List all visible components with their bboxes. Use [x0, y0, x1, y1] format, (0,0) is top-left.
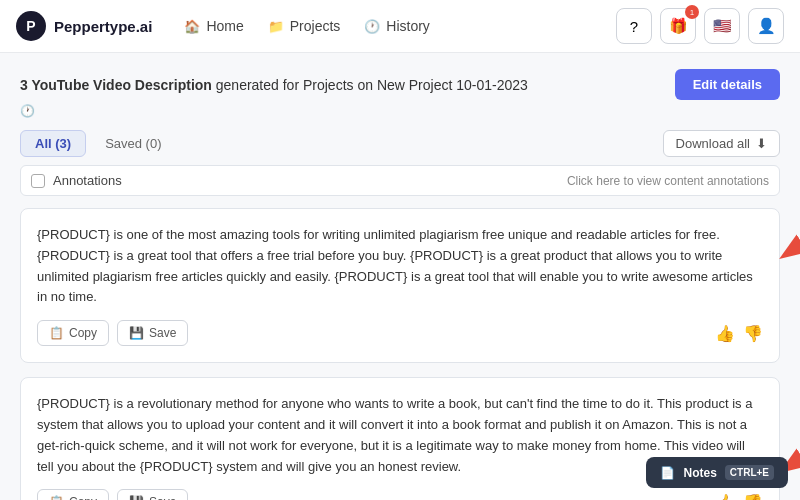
- nav-history[interactable]: 🕐 History: [364, 18, 430, 34]
- annotations-left: Annotations: [31, 173, 122, 188]
- flag-button[interactable]: 🇺🇸: [704, 8, 740, 44]
- header: P Peppertype.ai 🏠 Home 📁 Projects 🕐 Hist…: [0, 0, 800, 53]
- main-nav: 🏠 Home 📁 Projects 🕐 History: [184, 18, 616, 34]
- nav-history-label: History: [386, 18, 430, 34]
- logo-icon: P: [16, 11, 46, 41]
- nav-home[interactable]: 🏠 Home: [184, 18, 243, 34]
- page-header: 3 YouTube Video Description generated fo…: [20, 69, 780, 118]
- gift-badge: 1: [685, 5, 699, 19]
- help-icon: ?: [630, 18, 638, 35]
- copy-icon-1: 📋: [49, 326, 64, 340]
- thumbs-down-button-2[interactable]: 👎: [743, 493, 763, 500]
- header-actions: ? 🎁 1 🇺🇸 👤: [616, 8, 784, 44]
- page-title-row: 3 YouTube Video Description generated fo…: [20, 69, 780, 100]
- notes-shortcut: CTRL+E: [725, 465, 774, 480]
- thumbs-down-button-1[interactable]: 👎: [743, 324, 763, 343]
- copy-button-2[interactable]: 📋 Copy: [37, 489, 109, 500]
- save-label-2: Save: [149, 495, 176, 500]
- thumbs-up-button-1[interactable]: 👍: [715, 324, 735, 343]
- gift-icon: 🎁: [669, 17, 688, 35]
- card-actions-left-1: 📋 Copy 💾 Save: [37, 320, 188, 346]
- card-actions-2: 📋 Copy 💾 Save 👍 👎: [37, 489, 763, 500]
- download-label: Download all: [676, 136, 750, 151]
- content-card-1: {PRODUCT} is one of the most amazing too…: [20, 208, 780, 363]
- nav-home-label: Home: [206, 18, 243, 34]
- tab-saved[interactable]: Saved (0): [90, 130, 176, 157]
- download-all-button[interactable]: Download all ⬇: [663, 130, 780, 157]
- card-actions-right-2: 👍 👎: [715, 493, 763, 500]
- copy-button-1[interactable]: 📋 Copy: [37, 320, 109, 346]
- help-button[interactable]: ?: [616, 8, 652, 44]
- card-actions-right-1: 👍 👎: [715, 324, 763, 343]
- page-title: 3 YouTube Video Description generated fo…: [20, 77, 528, 93]
- logo-text: Peppertype.ai: [54, 18, 152, 35]
- card-actions-1: 📋 Copy 💾 Save 👍 👎: [37, 320, 763, 346]
- annotations-bar: Annotations Click here to view content a…: [20, 165, 780, 196]
- history-icon: 🕐: [364, 19, 380, 34]
- copy-label-1: Copy: [69, 326, 97, 340]
- tabs-row: All (3) Saved (0) Download all ⬇: [20, 130, 780, 157]
- main-content: 3 YouTube Video Description generated fo…: [0, 53, 800, 500]
- flag-icon: 🇺🇸: [713, 17, 732, 35]
- tab-all[interactable]: All (3): [20, 130, 86, 157]
- nav-projects[interactable]: 📁 Projects: [268, 18, 341, 34]
- copy-label-2: Copy: [69, 495, 97, 500]
- copy-icon-2: 📋: [49, 495, 64, 500]
- edit-details-button[interactable]: Edit details: [675, 69, 780, 100]
- projects-icon: 📁: [268, 19, 284, 34]
- save-icon-2: 💾: [129, 495, 144, 500]
- card-wrapper-1: {PRODUCT} is one of the most amazing too…: [20, 208, 780, 363]
- save-icon-1: 💾: [129, 326, 144, 340]
- download-icon: ⬇: [756, 136, 767, 151]
- clock-icon: 🕐: [20, 104, 780, 118]
- thumbs-up-button-2[interactable]: 👍: [715, 493, 735, 500]
- notes-icon: 📄: [660, 466, 675, 480]
- tabs: All (3) Saved (0): [20, 130, 177, 157]
- nav-projects-label: Projects: [290, 18, 341, 34]
- notes-label: Notes: [683, 466, 716, 480]
- save-button-1[interactable]: 💾 Save: [117, 320, 188, 346]
- annotations-label: Annotations: [53, 173, 122, 188]
- user-icon: 👤: [757, 17, 776, 35]
- page-title-bold: 3 YouTube Video Description: [20, 77, 212, 93]
- gift-button[interactable]: 🎁 1: [660, 8, 696, 44]
- user-button[interactable]: 👤: [748, 8, 784, 44]
- save-label-1: Save: [149, 326, 176, 340]
- home-icon: 🏠: [184, 19, 200, 34]
- save-button-2[interactable]: 💾 Save: [117, 489, 188, 500]
- annotations-checkbox[interactable]: [31, 174, 45, 188]
- logo-area: P Peppertype.ai: [16, 11, 152, 41]
- notes-button[interactable]: 📄 Notes CTRL+E: [646, 457, 788, 488]
- card-actions-left-2: 📋 Copy 💾 Save: [37, 489, 188, 500]
- card-text-1: {PRODUCT} is one of the most amazing too…: [37, 225, 763, 308]
- page-title-suffix: generated for Projects on New Project 10…: [212, 77, 528, 93]
- annotations-link[interactable]: Click here to view content annotations: [567, 174, 769, 188]
